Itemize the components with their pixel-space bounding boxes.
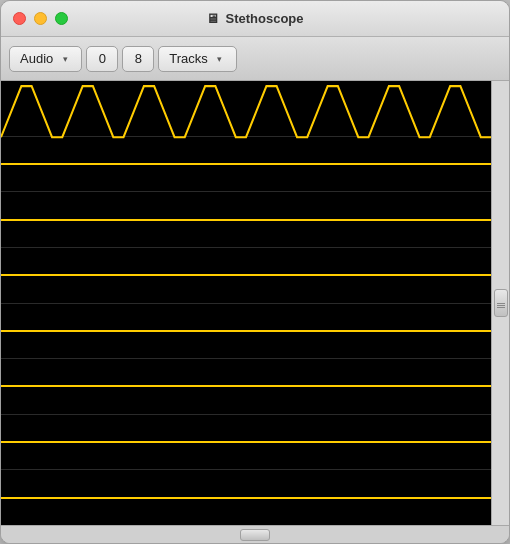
track-5 [1,304,491,360]
scrollbar-track[interactable] [492,81,509,525]
tracks-count: 8 [135,51,142,66]
title-bar: 🖥 Stethoscope [1,1,509,37]
main-window: 🖥 Stethoscope Audio ▾ 0 8 Tracks ▾ [0,0,510,544]
tracks-label: Tracks [169,51,208,66]
track-8-line [1,497,491,499]
audio-label: Audio [20,51,53,66]
track-1 [1,81,491,137]
tracks-count-display[interactable]: 8 [122,46,154,72]
horizontal-scrollbar[interactable] [1,525,509,543]
toolbar: Audio ▾ 0 8 Tracks ▾ [1,37,509,81]
track-6-line [1,385,491,387]
vertical-scrollbar[interactable] [491,81,509,525]
track-4-line [1,274,491,276]
track-3 [1,192,491,248]
app-title: Stethoscope [225,11,303,26]
window-title-group: 🖥 Stethoscope [206,11,303,26]
horizontal-scroll-thumb[interactable] [240,529,270,541]
track-6 [1,359,491,415]
track-2 [1,137,491,193]
track-5-line [1,330,491,332]
maximize-button[interactable] [55,12,68,25]
tracks-dropdown-arrow: ▾ [214,53,226,65]
oscilloscope-display [1,81,491,525]
track-3-line [1,219,491,221]
track-7-line [1,441,491,443]
minimize-button[interactable] [34,12,47,25]
waveform-svg [1,81,491,142]
scrollbar-grip [497,303,505,304]
traffic-lights [13,12,68,25]
channel-value-display[interactable]: 0 [86,46,118,72]
audio-dropdown-button[interactable]: Audio ▾ [9,46,82,72]
track-8 [1,470,491,525]
track-7 [1,415,491,471]
waveform-line [1,86,491,137]
close-button[interactable] [13,12,26,25]
scrollbar-thumb[interactable] [494,289,508,317]
track-2-line [1,163,491,165]
tracks-dropdown-button[interactable]: Tracks ▾ [158,46,237,72]
app-icon: 🖥 [206,11,219,26]
audio-dropdown-arrow: ▾ [59,53,71,65]
track-4 [1,248,491,304]
main-content [1,81,509,525]
channel-value: 0 [99,51,106,66]
